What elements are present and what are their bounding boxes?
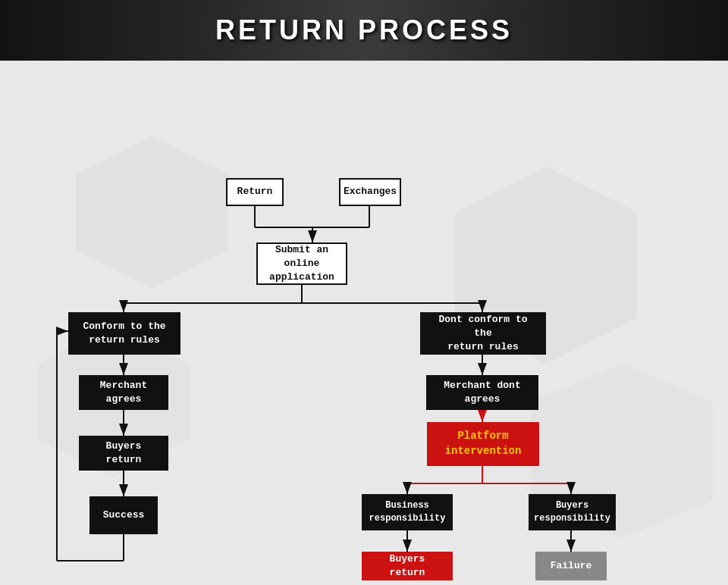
failure-box: Failure (535, 552, 607, 580)
merchant-agrees-box: Merchant agrees (79, 375, 168, 410)
dont-conform-box: Dont conform to the return rules (420, 312, 546, 355)
merchant-dont-box: Merchant dont agrees (426, 375, 538, 410)
conform-box: Conform to the return rules (68, 312, 180, 355)
platform-box: Platform intervention (427, 422, 539, 466)
submit-box: Submit an online application (256, 242, 347, 285)
buyers-resp-box: Buyers responsibility (529, 494, 616, 530)
exchanges-box: Exchanges (339, 178, 401, 206)
business-resp-box: Business responsibility (362, 494, 453, 530)
page-title: RETURN PROCESS (215, 14, 513, 46)
buyers-return-right-box: Buyers return (362, 552, 453, 580)
diagram-area: Return Exchanges Submit an online applic… (0, 61, 728, 585)
success-box: Success (89, 496, 158, 534)
header: RETURN PROCESS (0, 0, 728, 61)
return-box: Return (226, 178, 284, 206)
buyers-return-left-box: Buyers return (79, 436, 168, 471)
svg-marker-0 (76, 136, 228, 288)
